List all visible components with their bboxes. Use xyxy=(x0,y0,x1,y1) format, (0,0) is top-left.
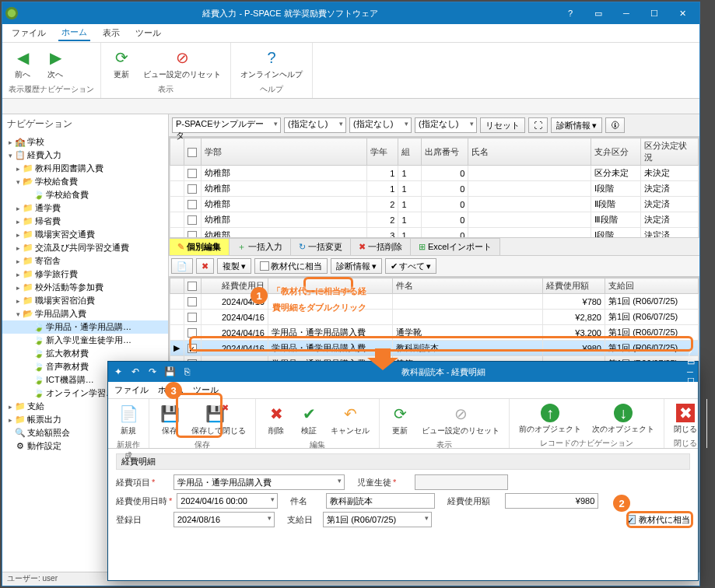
dlg-reset-view-button[interactable]: ⊘ビュー設定のリセット xyxy=(419,402,503,438)
dlg-verify-button[interactable]: ✔検証 xyxy=(295,402,323,438)
tree-item[interactable]: ▸📁通学費 xyxy=(2,201,168,215)
detail-toolbar: 📄 ✖ 複製 ▾ 教材代に相当 診断情報 ▾ ✔ すべて ▾ xyxy=(169,256,699,277)
usedate-label: 経費使用日時 xyxy=(116,495,172,507)
tree-item[interactable]: ▸📁寄宿舎 xyxy=(2,254,168,268)
dlg-close-button[interactable]: ✖閉じる xyxy=(671,402,700,436)
tree-item[interactable]: 🍃拡大教材費 xyxy=(2,347,168,360)
table-row[interactable]: 幼稚部110区分未定未決定 xyxy=(170,166,699,181)
new-row-button[interactable]: 📄 xyxy=(171,258,193,274)
tree-item[interactable]: ▸📁交流及び共同学習交通費 xyxy=(2,241,168,254)
settings-icon[interactable]: 🛈 xyxy=(605,117,625,133)
tab-bulk-change[interactable]: ↻一括変更 xyxy=(290,238,351,255)
dialog-restore-icon[interactable]: ▭ xyxy=(687,357,695,367)
dialog-menubar: ファイル ホーム ツール xyxy=(108,382,698,399)
table-row[interactable]: 2024/04/16学用品・通学用品購入費通学靴¥3,200第1回 (R06/0… xyxy=(170,325,699,341)
dlg-delete-button[interactable]: ✖削除 xyxy=(262,402,290,438)
table-row[interactable]: 幼稚部310Ⅰ段階決定済 xyxy=(170,228,699,239)
tab-bulk-input[interactable]: ＋一括入力 xyxy=(229,238,291,255)
subject-field[interactable]: 教科副読本 xyxy=(326,493,435,509)
dialog-form: 経費明細 経費項目 学用品・通学用品購入費 児童生徒 経費使用日時 2024/0… xyxy=(108,449,698,535)
dlg-new-button[interactable]: 📄新規 xyxy=(114,402,142,438)
dlg-prev-object-button[interactable]: ↑前のオブジェクト xyxy=(516,402,584,436)
minimize-icon[interactable]: ─ xyxy=(612,4,640,23)
tree-item[interactable]: ▸📁帰省費 xyxy=(2,215,168,228)
dialog-close-icon[interactable]: ✕ xyxy=(687,387,695,397)
filter-combo-1[interactable]: (指定なし) xyxy=(284,117,346,133)
plus-icon: ＋ xyxy=(237,241,246,253)
payround-label: 支給日 xyxy=(287,514,318,526)
tree-item[interactable]: ▾📂学校給食費 xyxy=(2,175,168,188)
all-filter-button[interactable]: ✔ すべて ▾ xyxy=(385,258,436,274)
tree-item[interactable]: ▸📁教科用図書購入費 xyxy=(2,162,168,175)
filter-combo-3[interactable]: (指定なし) xyxy=(415,117,477,133)
dlg-saveclose-button[interactable]: 💾✖保存して閉じる xyxy=(188,402,249,438)
kyozai-checkbox[interactable]: ✓ xyxy=(626,515,636,524)
nav-next-button[interactable]: ▶次へ xyxy=(41,46,69,82)
table-row[interactable]: 幼稚部210Ⅲ段階決定済 xyxy=(170,212,699,228)
nav-prev-button[interactable]: ◀前へ xyxy=(9,46,37,82)
tree-item[interactable]: 🍃学校給食費 xyxy=(2,188,168,201)
dlg-refresh-button[interactable]: ⟳更新 xyxy=(386,402,414,438)
close-icon[interactable]: ✕ xyxy=(668,4,696,23)
menu-view[interactable]: 表示 xyxy=(100,26,123,40)
reset-filter-button[interactable]: リセット xyxy=(480,117,525,133)
dialog-menu-home[interactable]: ホーム xyxy=(158,384,184,396)
usedate-field[interactable]: 2024/04/16 00:00 xyxy=(177,493,278,509)
tree-item[interactable]: ▾📂学用品購入費 xyxy=(2,307,168,320)
maximize-icon[interactable]: ☐ xyxy=(640,4,668,23)
tree-item[interactable]: ▸📁修学旅行費 xyxy=(2,268,168,281)
dialog-minimize-icon[interactable]: ─ xyxy=(687,367,695,376)
table-row[interactable]: 2024/04/16¥780第1回 (R06/07/25) xyxy=(170,294,699,310)
dialog-help-icon[interactable]: ? xyxy=(687,348,695,357)
amount-field[interactable]: ¥980 xyxy=(505,493,598,509)
table-row[interactable]: 2024/04/16¥2,820第1回 (R06/07/25) xyxy=(170,310,699,325)
quick-undo-icon[interactable]: ↶ xyxy=(128,365,142,379)
tree-item[interactable]: ▸📁校外活動等参加費 xyxy=(2,281,168,294)
dlg-save-button[interactable]: 💾保存 xyxy=(156,402,184,438)
tree-item[interactable]: ▸📁職場実習宿泊費 xyxy=(2,294,168,307)
tree-item[interactable]: 🍃新入学児童生徒学用… xyxy=(2,334,168,347)
tab-excel-import[interactable]: ⊞Excelインポート xyxy=(410,238,500,255)
tab-individual-edit[interactable]: ✎個別編集 xyxy=(169,238,230,255)
dialog-menu-file[interactable]: ファイル xyxy=(114,384,149,396)
student-grid[interactable]: 学部 学年 組 出席番号 氏名 支弁区分 区分決定状況 幼稚部110区分未定未決… xyxy=(169,137,699,238)
expand-icon[interactable]: ⛶ xyxy=(528,117,548,133)
main-menubar: ファイル ホーム 表示 ツール xyxy=(2,24,699,43)
duplicate-button[interactable]: 複製 ▾ xyxy=(217,258,251,274)
payround-field[interactable]: 第1回 (R06/07/25) xyxy=(323,512,432,527)
dlg-cancel-button[interactable]: ↶キャンセル xyxy=(328,402,373,438)
tree-keihi[interactable]: ▾📋経費入力 xyxy=(2,149,168,162)
help-icon[interactable]: ? xyxy=(556,4,584,23)
tab-bulk-delete[interactable]: ✖一括削除 xyxy=(350,238,411,255)
dialog-maximize-icon[interactable]: ☐ xyxy=(687,376,695,387)
table-row[interactable]: ▶✓2024/04/16学用品・通学用品購入費教科副読本¥980第1回 (R06… xyxy=(170,341,699,356)
item-combo[interactable]: 学用品・通学用品購入費 xyxy=(173,474,345,490)
online-help-button[interactable]: ?オンラインヘルプ xyxy=(237,46,306,82)
menu-file[interactable]: ファイル xyxy=(9,26,49,40)
tree-school[interactable]: ▸🏫学校 xyxy=(2,135,168,149)
regdate-field[interactable]: 2024/08/16 xyxy=(173,512,275,527)
reset-view-button[interactable]: ⊘ビュー設定のリセット xyxy=(140,46,224,82)
diag-info-button-2[interactable]: 診断情報 ▾ xyxy=(331,258,382,274)
grid-header-row: 経費使用日 件名 経費使用額 支給回 xyxy=(170,278,699,294)
datasource-combo[interactable]: P-SPACEサンプルデータ xyxy=(172,117,281,133)
quick-save-icon[interactable]: 💾 xyxy=(163,365,177,379)
dlg-next-object-button[interactable]: ↓次のオブジェクト xyxy=(589,402,657,436)
menu-home[interactable]: ホーム xyxy=(58,25,90,41)
quick-new-icon[interactable]: ✦ xyxy=(111,365,125,379)
refresh-button[interactable]: ⟳更新 xyxy=(107,46,135,82)
delete-row-button[interactable]: ✖ xyxy=(196,258,214,274)
tree-item[interactable]: ▸📁職場実習交通費 xyxy=(2,228,168,241)
quick-redo-icon[interactable]: ↷ xyxy=(145,365,159,379)
filter-combo-2[interactable]: (指定なし) xyxy=(349,117,412,133)
dialog-menu-tools[interactable]: ツール xyxy=(193,384,219,396)
menu-tools[interactable]: ツール xyxy=(132,26,164,40)
diag-info-button[interactable]: 診断情報 ▾ xyxy=(551,117,602,133)
tree-item-selected[interactable]: 🍃学用品・通学用品購… xyxy=(2,320,168,334)
quick-saveclose-icon[interactable]: ⎘ xyxy=(180,365,194,379)
kyozai-filter-button[interactable]: 教材代に相当 xyxy=(254,258,328,274)
filter-bar: P-SPACEサンプルデータ (指定なし) (指定なし) (指定なし) リセット… xyxy=(169,114,699,137)
table-row[interactable]: 幼稚部110Ⅰ段階決定済 xyxy=(170,181,699,197)
table-row[interactable]: 幼稚部210Ⅱ段階決定済 xyxy=(170,197,699,212)
restore-icon[interactable]: ▭ xyxy=(584,4,612,23)
